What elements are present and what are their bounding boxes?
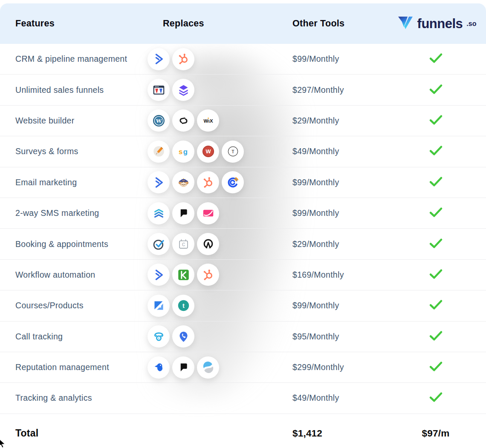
check-icon	[429, 362, 443, 373]
replaces-icons	[148, 171, 277, 193]
funnels-check-cell	[401, 362, 486, 373]
brand-tld: .so	[466, 20, 476, 28]
check-icon	[429, 331, 443, 342]
other-tools-price: $297/Monthly	[277, 85, 401, 95]
funnels-check-cell	[401, 115, 486, 126]
svg-text:s: s	[178, 148, 182, 156]
replaces-icons: C	[148, 233, 277, 255]
other-tools-price: $99/Monthly	[277, 54, 401, 64]
other-tools-price: $29/Monthly	[277, 116, 401, 126]
svg-text:t: t	[182, 302, 185, 309]
typeform-icon: T	[222, 141, 244, 163]
funnels-total: $97/m	[401, 428, 486, 439]
check-circle-icon	[148, 233, 170, 255]
triple-chevron-icon	[148, 202, 170, 224]
feature-label: Email marketing	[0, 178, 148, 187]
other-tools-price: $49/Monthly	[277, 146, 401, 156]
table-row: Unlimited sales funnels $297/Monthly	[0, 75, 486, 105]
table-row: Surveys & forms sgWT $49/Monthly	[0, 136, 486, 167]
funnels-check-cell	[401, 238, 486, 250]
activecampaign-icon	[148, 48, 170, 70]
feature-label: Unlimited sales funnels	[0, 85, 148, 95]
hubspot-icon	[197, 264, 219, 286]
check-icon	[429, 84, 443, 96]
feature-label: Website builder	[0, 116, 148, 126]
other-tools-total: $1,412	[277, 428, 401, 439]
squarespace-icon	[172, 109, 194, 132]
check-icon	[429, 207, 443, 219]
funnels-check-cell	[401, 207, 486, 219]
swirl-icon	[197, 356, 219, 379]
wufoo-icon: W	[197, 141, 219, 163]
funnels-check-cell	[401, 300, 486, 311]
other-tools-price: $49/Monthly	[277, 393, 401, 403]
feature-label: 2-way SMS marketing	[0, 208, 148, 218]
other-tools-price: $29/Monthly	[277, 239, 401, 249]
table-row: Reputation management $299/Monthly	[0, 352, 486, 383]
other-tools-column-header: Other Tools	[277, 18, 401, 29]
keap-icon	[172, 264, 194, 286]
surveygizmo-icon: sg	[172, 141, 194, 163]
features-column-header: Features	[0, 18, 148, 29]
check-icon	[429, 238, 443, 250]
other-tools-price: $99/Monthly	[277, 178, 401, 187]
feature-rows: CRM & pipeline management $99/Monthly Un…	[0, 44, 486, 414]
check-icon	[429, 300, 443, 311]
feature-label: Call tracking	[0, 332, 148, 342]
table-row: CRM & pipeline management $99/Monthly	[0, 44, 486, 75]
table-row: Courses/Products t $99/Monthly	[0, 290, 486, 321]
check-icon	[429, 392, 443, 404]
q-arrow-icon	[197, 233, 219, 255]
funnels-check-cell	[401, 177, 486, 188]
replaces-icons	[148, 48, 277, 70]
replaces-icons: WWıX	[148, 109, 277, 132]
funnels-check-cell	[401, 84, 486, 96]
callrail-icon	[148, 325, 170, 347]
svg-text:W: W	[155, 118, 162, 124]
mouse-cursor	[0, 438, 8, 448]
funnels-check-cell	[401, 269, 486, 281]
table-row: Email marketing $99/Monthly	[0, 167, 486, 198]
calendar-icon: C	[172, 233, 194, 255]
replaces-icons	[148, 356, 277, 379]
birdeye-icon	[148, 356, 170, 379]
replaces-icons	[148, 325, 277, 347]
check-icon	[429, 177, 443, 188]
replaces-icons	[148, 79, 277, 101]
check-icon	[429, 146, 443, 157]
podium-icon	[172, 202, 194, 224]
svg-text:g: g	[183, 148, 187, 156]
check-icon	[429, 53, 443, 65]
replaces-icons: sgWT	[148, 141, 277, 163]
replaces-icons: t	[148, 295, 277, 317]
kajabi-icon	[148, 295, 170, 317]
total-row: Total $1,412 $97/m	[0, 414, 486, 448]
other-tools-price: $99/Monthly	[277, 208, 401, 218]
feature-label: Tracking & analytics	[0, 393, 148, 403]
funnels-logo[interactable]: funnels.so	[401, 16, 486, 32]
feature-label: CRM & pipeline management	[0, 54, 148, 64]
replaces-column-header: Replaces	[148, 18, 277, 29]
feature-label: Workflow automation	[0, 270, 148, 280]
hubspot-icon	[197, 171, 219, 193]
funnels-check-cell	[401, 331, 486, 342]
other-tools-price: $169/Monthly	[277, 270, 401, 280]
leadpages-icon	[172, 79, 194, 101]
table-row: Workflow automation $169/Monthly	[0, 260, 486, 290]
funnels-check-cell	[401, 53, 486, 65]
replaces-icons	[148, 264, 277, 286]
total-label: Total	[0, 428, 148, 439]
wix-icon: WıX	[197, 109, 219, 132]
table-row: Tracking & analytics $49/Monthly	[0, 383, 486, 414]
other-tools-price: $99/Monthly	[277, 301, 401, 310]
feature-label: Booking & appointments	[0, 239, 148, 249]
pencil-survey-icon	[148, 141, 170, 163]
funnels-check-cell	[401, 392, 486, 404]
table-row: Booking & appointments C $29/Monthly	[0, 229, 486, 259]
other-tools-price: $299/Monthly	[277, 362, 401, 372]
svg-text:C: C	[182, 242, 185, 247]
check-icon	[429, 115, 443, 126]
mailchimp-icon	[172, 171, 194, 193]
brand-name: funnels	[417, 16, 463, 32]
check-icon	[429, 269, 443, 281]
